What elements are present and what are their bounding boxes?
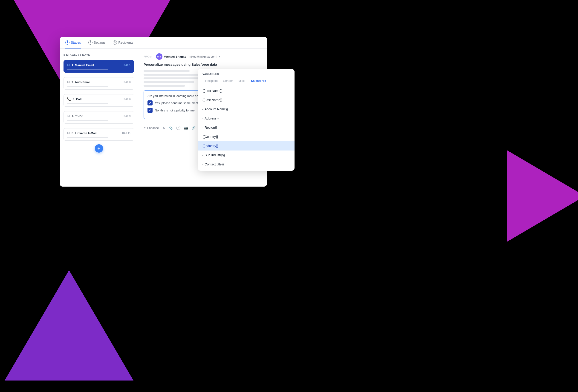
tab-settings-label: Settings bbox=[94, 41, 106, 44]
stage-item-3[interactable]: 📞 3. Call DAY 6 bbox=[63, 94, 134, 107]
var-tab-recipient[interactable]: Recipient bbox=[202, 78, 220, 84]
var-tab-misc[interactable]: Misc. bbox=[236, 78, 248, 84]
var-item-lastname-label: {{Last Name}} bbox=[202, 98, 222, 102]
var-item-contacttitle[interactable]: {{Contact title}} bbox=[198, 160, 294, 169]
attachment-button[interactable]: 📎 bbox=[169, 126, 173, 130]
var-item-firstname[interactable]: {{First Name}} bbox=[198, 86, 294, 95]
tab-settings-number: 2 bbox=[88, 40, 93, 44]
triangle-right bbox=[507, 150, 578, 242]
attachment-icon: 📎 bbox=[169, 126, 173, 130]
var-item-subindustry[interactable]: {{Sub Industry}} bbox=[198, 151, 294, 160]
var-tab-salesforce-label: Salesforce bbox=[251, 79, 266, 82]
enhance-button[interactable]: ✦ Enhance bbox=[144, 126, 159, 130]
stage-2-bar bbox=[67, 86, 108, 87]
stage-2-left: ✉ 2. Auto Email bbox=[67, 80, 91, 84]
stage-2-icon: ✉ bbox=[67, 80, 70, 84]
check-icon: ✓ bbox=[176, 126, 180, 130]
var-tab-salesforce[interactable]: Salesforce bbox=[248, 78, 269, 84]
variables-header: VARIABLES bbox=[198, 69, 294, 75]
stage-5-left: ✉ 5. LinkedIn InMail bbox=[67, 131, 96, 135]
triangle-bottom-left bbox=[5, 270, 134, 381]
connector-2 bbox=[63, 90, 134, 94]
stage-2-day: DAY 3 bbox=[124, 81, 131, 83]
var-item-subindustry-label: {{Sub Industry}} bbox=[202, 153, 225, 157]
variables-tabs: Recipient Sender Misc. Salesforce bbox=[198, 75, 294, 84]
text-line-4 bbox=[144, 81, 194, 83]
var-item-lastname[interactable]: {{Last Name}} bbox=[198, 95, 294, 105]
email-from-row: FROM : MS Michael Shanks (mikey@mixmax.c… bbox=[144, 53, 261, 60]
connector-1 bbox=[63, 74, 134, 77]
connector-dot-2 bbox=[99, 91, 99, 94]
var-item-contacttitle-label: {{Contact title}} bbox=[202, 162, 224, 166]
stage-1-day: DAY 1 bbox=[124, 64, 131, 66]
connector-3 bbox=[63, 108, 134, 111]
var-item-accountname-label: {{Account Name}} bbox=[202, 107, 228, 111]
stage-3-day: DAY 6 bbox=[124, 98, 131, 100]
font-icon: A bbox=[162, 126, 165, 130]
poll-checkbox-2[interactable] bbox=[147, 108, 152, 113]
stage-1-title: 1. Manual Email bbox=[72, 63, 94, 67]
poll-option-2-text: No, this is not a priority for me bbox=[155, 109, 195, 112]
var-item-region-label: {{Region}} bbox=[202, 126, 217, 129]
link-button[interactable]: 🔗 bbox=[192, 126, 195, 130]
enhance-label: Enhance bbox=[147, 126, 159, 130]
var-item-firstname-label: {{First Name}} bbox=[202, 89, 223, 93]
poll-checkbox-1[interactable] bbox=[147, 100, 152, 106]
stage-1-bar bbox=[67, 69, 108, 70]
sidebar-header: 5 STAGE, 11 DAYS bbox=[63, 53, 134, 57]
stage-4-day: DAY 9 bbox=[124, 115, 131, 118]
check-button[interactable]: ✓ bbox=[176, 126, 180, 130]
email-subject: Personalize messages using Salesforce da… bbox=[144, 63, 261, 66]
tab-recipients[interactable]: 3 Recipients bbox=[113, 37, 133, 48]
sender-avatar: MS bbox=[156, 53, 162, 60]
stage-1-left: ✉ 1. Manual Email bbox=[67, 63, 94, 67]
stage-3-icon: 📞 bbox=[67, 97, 71, 101]
connector-4 bbox=[63, 124, 134, 128]
stage-4-header: ☑ 4. To Do DAY 9 bbox=[67, 114, 131, 118]
var-item-region[interactable]: {{Region}} bbox=[198, 123, 294, 132]
tabs-bar: 1 Stages 2 Settings 3 Recipients bbox=[60, 37, 267, 49]
stage-1-icon: ✉ bbox=[67, 63, 70, 67]
var-item-address[interactable]: {{Address}} bbox=[198, 114, 294, 123]
camera-icon: 📷 bbox=[184, 126, 188, 130]
connector-dot-4 bbox=[99, 125, 99, 128]
stage-4-title: 4. To Do bbox=[72, 115, 83, 118]
tab-settings[interactable]: 2 Settings bbox=[88, 37, 106, 48]
variables-panel: VARIABLES Recipient Sender Misc. Salesfo… bbox=[198, 69, 294, 171]
var-tab-sender-label: Sender bbox=[223, 79, 233, 82]
stage-2-title: 2. Auto Email bbox=[72, 80, 91, 84]
font-button[interactable]: A bbox=[162, 126, 165, 130]
var-item-accountname[interactable]: {{Account Name}} bbox=[198, 105, 294, 114]
stage-4-icon: ☑ bbox=[67, 114, 70, 118]
stage-item-4[interactable]: ☑ 4. To Do DAY 9 bbox=[63, 111, 134, 124]
stage-3-left: 📞 3. Call bbox=[67, 97, 82, 101]
stage-4-bar bbox=[67, 120, 108, 121]
enhance-icon: ✦ bbox=[144, 126, 146, 130]
tab-stages-number: 1 bbox=[65, 40, 69, 44]
stage-item-1[interactable]: ✉ 1. Manual Email DAY 1 bbox=[63, 60, 134, 73]
add-button-container: + bbox=[63, 144, 134, 153]
var-item-industry[interactable]: {{Industry}} bbox=[198, 141, 294, 151]
stage-5-header: ✉ 5. LinkedIn InMail DAY 11 bbox=[67, 131, 131, 135]
sender-name: Michael Shanks bbox=[164, 55, 186, 58]
connector-dot-3 bbox=[99, 108, 99, 111]
stage-item-2[interactable]: ✉ 2. Auto Email DAY 3 bbox=[63, 77, 134, 90]
var-tab-sender[interactable]: Sender bbox=[220, 78, 236, 84]
stage-2-header: ✉ 2. Auto Email DAY 3 bbox=[67, 80, 131, 84]
sender-email: (mikey@mixmax.com) bbox=[188, 55, 217, 58]
var-item-country[interactable]: {{Country}} bbox=[198, 132, 294, 141]
var-tab-recipient-label: Recipient bbox=[205, 79, 218, 82]
add-stage-button[interactable]: + bbox=[95, 144, 103, 153]
text-line-5 bbox=[144, 85, 185, 87]
stage-item-5[interactable]: ✉ 5. LinkedIn InMail DAY 11 bbox=[63, 128, 134, 141]
stage-4-left: ☑ 4. To Do bbox=[67, 114, 83, 118]
connector-dot-1 bbox=[99, 74, 99, 77]
sender-dropdown-arrow[interactable]: ▾ bbox=[219, 55, 220, 58]
tab-stages[interactable]: 1 Stages bbox=[65, 37, 81, 48]
stage-5-day: DAY 11 bbox=[122, 132, 131, 134]
var-item-country-label: {{Country}} bbox=[202, 135, 218, 139]
var-item-industry-label: {{Industry}} bbox=[202, 144, 218, 148]
camera-button[interactable]: 📷 bbox=[184, 126, 188, 130]
from-label: FROM : bbox=[144, 55, 154, 58]
stage-5-title: 5. LinkedIn InMail bbox=[72, 131, 96, 135]
